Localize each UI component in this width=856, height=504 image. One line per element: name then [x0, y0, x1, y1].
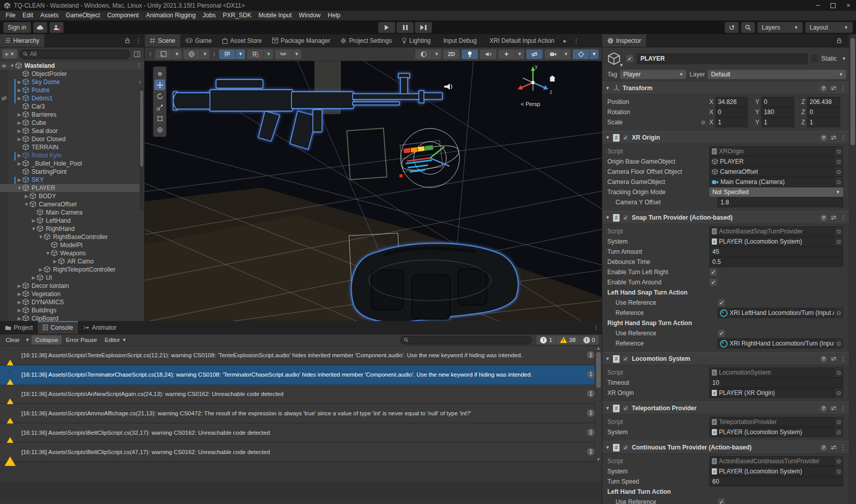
expand-arrow-icon[interactable]	[16, 291, 22, 297]
grid-snap-button[interactable]	[219, 49, 235, 59]
component-menu-icon[interactable]: ⋮	[840, 214, 846, 221]
visibility-toggle[interactable]	[0, 151, 8, 160]
scene-lighting-toggle[interactable]	[462, 49, 478, 59]
hierarchy-search-input[interactable]: All	[19, 49, 130, 59]
view-tab[interactable]: Package Manager	[267, 34, 335, 47]
view-tab[interactable]: Lighting	[397, 34, 436, 47]
tab-hierarchy[interactable]: Hierarchy	[0, 34, 44, 47]
menu-item[interactable]: Component	[103, 11, 142, 20]
effects-caret[interactable]: ▼	[515, 49, 524, 59]
hierarchy-row[interactable]: _Bullet_Hole_Pool › ⋮	[0, 160, 144, 168]
object-picker-icon[interactable]: ⊙	[834, 147, 843, 156]
console-message[interactable]: [16:11:36] Assets\Scripts\TerminatorChas…	[0, 365, 602, 385]
error-pause-button[interactable]: Error Pause	[62, 335, 100, 344]
expand-arrow-icon[interactable]	[23, 194, 30, 199]
gizmos-caret[interactable]: ▼	[590, 49, 599, 59]
row-menu-icon[interactable]: ⋮	[136, 62, 142, 69]
object-picker-icon[interactable]: ⊙	[834, 428, 843, 437]
component-menu-icon[interactable]: ⋮	[840, 134, 846, 141]
hierarchy-row[interactable]: TERRAIN › ⋮	[0, 143, 144, 151]
object-picker-icon[interactable]: ⊙	[834, 227, 843, 236]
layer-dropdown[interactable]: Default▼	[708, 70, 846, 79]
visibility-toggle[interactable]	[0, 78, 8, 86]
visibility-toggle[interactable]	[0, 94, 8, 102]
hierarchy-row[interactable]: Main Camera › ⋮	[0, 208, 144, 217]
expand-arrow-icon[interactable]	[9, 63, 15, 68]
expand-arrow-icon[interactable]	[16, 137, 22, 142]
editor-dropdown[interactable]: Editor▼	[101, 335, 130, 344]
position-x-field[interactable]: 34.826	[715, 97, 748, 107]
hierarchy-row[interactable]: Debris1 › ⋮	[0, 94, 144, 102]
hierarchy-row[interactable]: SKY › ⋮	[0, 176, 144, 184]
view-tab[interactable]: Asset Store	[217, 34, 267, 47]
shading-mode-caret[interactable]: ▼	[432, 49, 441, 59]
hierarchy-row[interactable]: Wasteland › ⋮	[0, 62, 144, 70]
rotation-y-field[interactable]: 180	[761, 107, 794, 117]
expand-arrow-icon[interactable]	[16, 283, 22, 288]
object-picker-icon[interactable]: ⊙	[834, 308, 843, 317]
object-picker-icon[interactable]: ⊙	[834, 457, 843, 466]
error-count-toggle[interactable]: ! 0	[580, 335, 599, 344]
object-field[interactable]: # XRI RightHand Locomotion/Turn (Input A…	[717, 338, 843, 349]
prefab-open-arrow[interactable]: ›	[139, 78, 141, 86]
play-button[interactable]	[378, 22, 395, 33]
shading-mode-button[interactable]	[415, 49, 432, 59]
expand-arrow-icon[interactable]	[16, 128, 22, 134]
gameobject-name-field[interactable]: PLAYER	[637, 54, 808, 64]
hierarchy-row[interactable]: Poutre › ⋮	[0, 86, 144, 94]
object-field[interactable]: # ActionBasedSnapTurnProvider ⊙	[709, 226, 843, 236]
object-field[interactable]: # XRI LeftHand Locomotion/Turn (Input Ac…	[717, 308, 843, 318]
transform-tool-button[interactable]	[154, 124, 165, 135]
fold-arrow-icon[interactable]: ▼	[605, 445, 610, 450]
tag-dropdown[interactable]: Player▼	[620, 70, 686, 79]
visibility-toggle[interactable]	[0, 241, 8, 249]
visibility-toggle[interactable]	[0, 102, 8, 111]
increment-snap-caret[interactable]: ▼	[264, 49, 273, 59]
object-field[interactable]: # PLAYER (Locomotion System) ⊙	[709, 466, 843, 476]
console-scrollbar[interactable]: ▲ ▼	[595, 346, 602, 462]
scene-viewport[interactable]: y z < Persp	[145, 61, 602, 321]
visibility-toggle[interactable]	[0, 257, 8, 266]
lock-icon[interactable]	[834, 34, 845, 47]
visibility-toggle[interactable]	[0, 274, 8, 282]
visibility-toggle[interactable]	[0, 200, 8, 208]
object-field[interactable]: # PLAYER (XR Origin) ⊙	[709, 388, 843, 398]
scene-camera-button[interactable]	[545, 49, 561, 59]
component-menu-icon[interactable]: ⋮	[840, 405, 846, 412]
hierarchy-row[interactable]: LeftHand › ⋮	[0, 217, 144, 225]
component-header[interactable]: ▼ # ✓ XR Origin ? ⋮	[602, 131, 849, 144]
enable-checkbox[interactable]: ✓	[622, 405, 629, 412]
component-header[interactable]: ▼ # ✓ Locomotion System ? ⋮	[602, 352, 849, 365]
enable-checkbox[interactable]: ✓	[622, 214, 629, 221]
help-icon[interactable]: ?	[820, 85, 827, 92]
visibility-toggle[interactable]	[0, 184, 8, 192]
hierarchy-row[interactable]: ModelPt › ⋮	[0, 241, 144, 249]
scale-link-icon[interactable]: ⊘	[697, 119, 709, 126]
hierarchy-row[interactable]: Decor lointain › ⋮	[0, 282, 144, 290]
presets-icon[interactable]	[830, 356, 838, 361]
expand-arrow-icon[interactable]	[31, 226, 37, 231]
scene-visibility-toggle[interactable]	[526, 49, 543, 59]
orientation-gizmo[interactable]: y z	[518, 64, 552, 95]
scale-z-field[interactable]: 1	[807, 117, 840, 127]
visibility-toggle[interactable]	[0, 306, 8, 314]
object-picker-icon[interactable]: ⊙	[834, 157, 843, 166]
property-checkbox[interactable]: ✓	[717, 498, 726, 504]
hierarchy-scrollbar[interactable]	[140, 88, 144, 210]
property-checkbox[interactable]: ✓	[709, 278, 717, 286]
hierarchy-row[interactable]: Sky Dome › ⋮	[0, 78, 144, 86]
object-picker-icon[interactable]: ⊙	[834, 339, 843, 348]
visibility-toggle[interactable]	[0, 217, 8, 225]
inspector-scrollbar[interactable]	[849, 34, 856, 504]
dropdown-field[interactable]: Not Specified▼	[709, 188, 843, 197]
fold-arrow-icon[interactable]: ▼	[605, 135, 610, 140]
object-field[interactable]: # XROrigin ⊙	[709, 146, 843, 156]
expand-arrow-icon[interactable]	[45, 251, 51, 256]
cloud-button[interactable]	[33, 22, 47, 33]
add-gameobject-button[interactable]: +▼	[2, 49, 17, 59]
expand-arrow-icon[interactable]	[16, 177, 22, 182]
menu-item[interactable]: Jobs	[199, 11, 219, 20]
expand-arrow-icon[interactable]	[31, 218, 37, 223]
enable-checkbox[interactable]: ✓	[622, 134, 629, 141]
value-field[interactable]: 45	[709, 247, 843, 257]
